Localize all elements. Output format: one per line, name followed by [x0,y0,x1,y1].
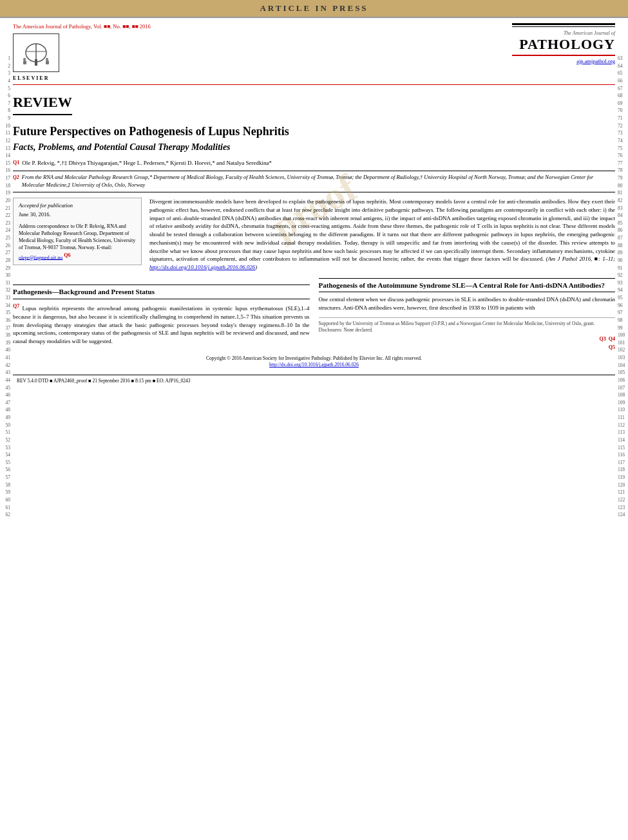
journal-logo-right: The American Journal of PATHOLOGY ajp.am… [512,23,615,65]
line-numbers-right: 63646566676869707172 7374757677787980818… [616,19,628,519]
authors-line: Q1 Ole P. Rekvig, *,†‡ Dhivya Thiyagaraj… [13,159,615,167]
elsevier-tree-svg [17,37,55,68]
address-text: Address correspondence to Ole P. Rekvig,… [19,223,136,261]
line-numbers-left: 12345678910 11121314151617181920 2122232… [0,19,12,519]
header-line-thin [512,26,615,27]
bottom-right-col: Pathogenesis of the Autoimmune Syndrome … [319,278,616,353]
svg-rect-0 [35,59,37,66]
right-lines [512,23,615,27]
separator-line [512,55,615,56]
footnote-disclosures: Disclosures: None declared. [319,327,616,334]
email-link[interactable]: olepr@fagmed.uit.no [19,254,62,260]
svg-point-8 [46,58,48,61]
pathology-big: PATHOLOGY [519,37,615,52]
left-column: Accepted for publication June 30, 2016. … [13,198,142,274]
acceptance-label: Accepted for publication [19,202,136,210]
q4-marker: Q4 [609,335,615,342]
elsevier-text: ELSEVIER [13,75,49,82]
abstract-doi[interactable]: http://dx.doi.org/10.1016/j.ajpath.2016.… [149,264,255,270]
q2-marker: Q2 [13,174,19,189]
q6-marker: Q6 [64,252,70,258]
svg-rect-6 [46,61,49,64]
q5-marker: Q5 [609,344,615,350]
copyright-doi-link[interactable]: http://dx.doi.org/10.1016/j.ajpath.2016.… [269,362,359,368]
bottom-bar: REV 5.4.0 DTD ■ AJPA2460_proof ■ 21 Sept… [13,375,615,387]
affiliation: Q2 From the RNA and Molecular Pathology … [13,171,615,192]
acceptance-date: June 30, 2016. [19,211,136,219]
bottom-left-col: Pathogenesis—Background and Present Stat… [13,278,310,353]
journal-info-top: The American Journal of Pathology, Vol. … [13,23,151,31]
section2-heading: Pathogenesis of the Autoimmune Syndrome … [319,278,616,292]
affiliation-text: From the RNA and Molecular Pathology Res… [22,174,615,189]
svg-point-7 [23,58,26,61]
footnote-box: Supported by the University of Tromsø as… [319,317,616,353]
review-label: REVIEW [13,93,72,115]
acceptance-box: Accepted for publication June 30, 2016. … [13,198,142,265]
section2-text: One central element when we discuss path… [319,295,616,312]
right-column: Divergent incommensurable models have be… [149,198,615,274]
journal-url[interactable]: ajp.amjpathol.org [576,58,615,66]
copyright-bar: Copyright © 2016 American Society for In… [13,353,615,371]
two-columns-layout: Accepted for publication June 30, 2016. … [13,198,615,274]
bottom-two-col: Pathogenesis—Background and Present Stat… [13,278,615,353]
q7-marker: Q7 [13,303,19,309]
header-row: The American Journal of Pathology, Vol. … [13,18,615,85]
authors-text: Ole P. Rekvig, *,†‡ Dhivya Thiyagarajan,… [22,159,272,167]
q3-marker: Q3 [600,335,606,342]
bottom-bar-text: REV 5.4.0 DTD ■ AJPA2460_proof ■ 21 Sept… [17,378,190,385]
svg-rect-5 [23,61,26,64]
elsevier-logo-box [13,33,59,72]
article-title: Future Perspectives on Pathogenesis of L… [13,124,615,139]
footnote-support: Supported by the University of Tromsø as… [319,321,616,328]
section1-text: Q7 Lupus nephritis represents the arrowh… [13,303,310,346]
elsevier-logo: The American Journal of Pathology, Vol. … [13,23,151,82]
article-in-press-banner: ARTICLE IN PRESS [0,0,628,18]
q1-marker: Q1 [13,159,19,166]
section1-heading: Pathogenesis—Background and Present Stat… [13,285,310,299]
abstract-text: Divergent incommensurable models have be… [149,198,615,272]
article-subtitle: Facts, Problems, and Potential Causal Th… [13,142,615,153]
header-line-thick [512,23,615,25]
